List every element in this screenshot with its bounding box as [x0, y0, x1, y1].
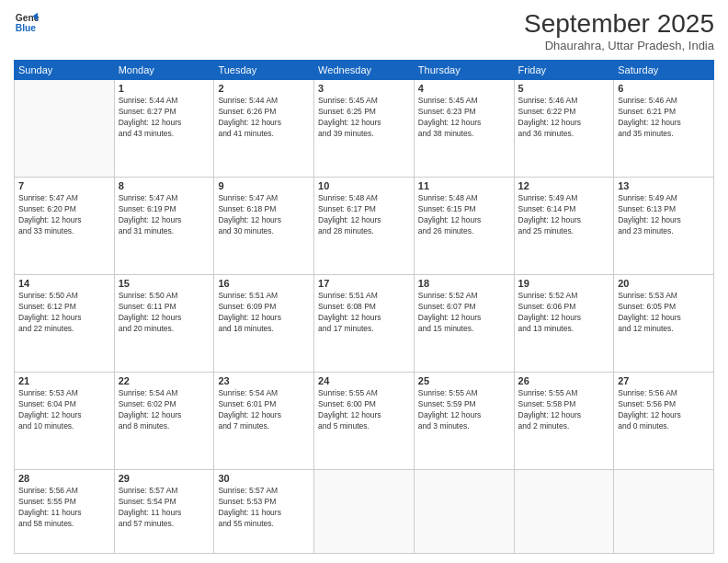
day-number: 28 [18, 473, 110, 484]
calendar-cell: 11Sunrise: 5:48 AM Sunset: 6:15 PM Dayli… [414, 178, 514, 275]
week-row-5: 28Sunrise: 5:56 AM Sunset: 5:55 PM Dayli… [15, 470, 714, 554]
day-info: Sunrise: 5:52 AM Sunset: 6:07 PM Dayligh… [418, 291, 510, 335]
day-number: 4 [418, 83, 510, 94]
day-info: Sunrise: 5:55 AM Sunset: 5:59 PM Dayligh… [418, 388, 510, 432]
day-info: Sunrise: 5:56 AM Sunset: 5:55 PM Dayligh… [18, 486, 110, 530]
calendar-cell: 10Sunrise: 5:48 AM Sunset: 6:17 PM Dayli… [314, 178, 415, 275]
header-monday: Monday [114, 61, 214, 80]
calendar-cell: 4Sunrise: 5:45 AM Sunset: 6:23 PM Daylig… [414, 80, 514, 178]
calendar-cell: 2Sunrise: 5:44 AM Sunset: 6:26 PM Daylig… [214, 80, 314, 178]
day-info: Sunrise: 5:46 AM Sunset: 6:22 PM Dayligh… [518, 96, 610, 140]
svg-text:Blue: Blue [16, 23, 37, 33]
calendar-cell: 15Sunrise: 5:50 AM Sunset: 6:11 PM Dayli… [114, 275, 214, 373]
calendar-cell: 29Sunrise: 5:57 AM Sunset: 5:54 PM Dayli… [114, 470, 214, 554]
calendar-cell [414, 470, 514, 554]
calendar-cell [614, 470, 714, 554]
day-number: 27 [618, 375, 710, 386]
week-row-2: 7Sunrise: 5:47 AM Sunset: 6:20 PM Daylig… [15, 178, 714, 275]
logo-icon: General Blue [14, 9, 40, 35]
day-info: Sunrise: 5:48 AM Sunset: 6:17 PM Dayligh… [318, 193, 410, 237]
calendar-cell: 9Sunrise: 5:47 AM Sunset: 6:18 PM Daylig… [214, 178, 314, 275]
calendar-cell: 8Sunrise: 5:47 AM Sunset: 6:19 PM Daylig… [114, 178, 214, 275]
header-wednesday: Wednesday [314, 61, 415, 80]
location-subtitle: Dhaurahra, Uttar Pradesh, India [524, 39, 714, 52]
day-number: 13 [618, 180, 710, 191]
day-number: 22 [119, 375, 210, 386]
day-number: 23 [218, 375, 310, 386]
calendar-cell: 5Sunrise: 5:46 AM Sunset: 6:22 PM Daylig… [514, 80, 614, 178]
day-info: Sunrise: 5:48 AM Sunset: 6:15 PM Dayligh… [418, 193, 510, 237]
day-info: Sunrise: 5:53 AM Sunset: 6:05 PM Dayligh… [618, 291, 710, 335]
calendar-cell [15, 80, 115, 178]
header-saturday: Saturday [614, 61, 714, 80]
day-info: Sunrise: 5:50 AM Sunset: 6:11 PM Dayligh… [119, 291, 210, 335]
day-info: Sunrise: 5:51 AM Sunset: 6:09 PM Dayligh… [218, 291, 310, 335]
day-info: Sunrise: 5:46 AM Sunset: 6:21 PM Dayligh… [618, 96, 710, 140]
day-info: Sunrise: 5:47 AM Sunset: 6:19 PM Dayligh… [119, 193, 210, 237]
day-number: 25 [418, 375, 510, 386]
calendar-cell: 21Sunrise: 5:53 AM Sunset: 6:04 PM Dayli… [15, 373, 115, 470]
calendar-cell: 3Sunrise: 5:45 AM Sunset: 6:25 PM Daylig… [314, 80, 415, 178]
calendar-cell [314, 470, 415, 554]
calendar-cell: 1Sunrise: 5:44 AM Sunset: 6:27 PM Daylig… [114, 80, 214, 178]
day-number: 17 [318, 278, 410, 289]
day-info: Sunrise: 5:54 AM Sunset: 6:02 PM Dayligh… [119, 388, 210, 432]
calendar-cell: 6Sunrise: 5:46 AM Sunset: 6:21 PM Daylig… [614, 80, 714, 178]
day-number: 12 [518, 180, 610, 191]
day-info: Sunrise: 5:51 AM Sunset: 6:08 PM Dayligh… [318, 291, 410, 335]
calendar-cell: 22Sunrise: 5:54 AM Sunset: 6:02 PM Dayli… [114, 373, 214, 470]
calendar-cell: 20Sunrise: 5:53 AM Sunset: 6:05 PM Dayli… [614, 275, 714, 373]
calendar-cell: 24Sunrise: 5:55 AM Sunset: 6:00 PM Dayli… [314, 373, 415, 470]
day-info: Sunrise: 5:56 AM Sunset: 5:56 PM Dayligh… [618, 388, 710, 432]
day-info: Sunrise: 5:47 AM Sunset: 6:20 PM Dayligh… [18, 193, 110, 237]
day-info: Sunrise: 5:55 AM Sunset: 5:58 PM Dayligh… [518, 388, 610, 432]
header-tuesday: Tuesday [214, 61, 314, 80]
calendar-cell: 16Sunrise: 5:51 AM Sunset: 6:09 PM Dayli… [214, 275, 314, 373]
title-block: September 2025 Dhaurahra, Uttar Pradesh,… [524, 9, 714, 52]
calendar-cell: 23Sunrise: 5:54 AM Sunset: 6:01 PM Dayli… [214, 373, 314, 470]
day-number: 9 [218, 180, 310, 191]
week-row-4: 21Sunrise: 5:53 AM Sunset: 6:04 PM Dayli… [15, 373, 714, 470]
calendar-cell: 14Sunrise: 5:50 AM Sunset: 6:12 PM Dayli… [15, 275, 115, 373]
calendar-cell: 26Sunrise: 5:55 AM Sunset: 5:58 PM Dayli… [514, 373, 614, 470]
day-number: 8 [119, 180, 210, 191]
day-info: Sunrise: 5:54 AM Sunset: 6:01 PM Dayligh… [218, 388, 310, 432]
calendar-cell: 27Sunrise: 5:56 AM Sunset: 5:56 PM Dayli… [614, 373, 714, 470]
page: General Blue September 2025 Dhaurahra, U… [0, 0, 728, 563]
day-info: Sunrise: 5:44 AM Sunset: 6:27 PM Dayligh… [119, 96, 210, 140]
day-number: 11 [418, 180, 510, 191]
calendar-cell: 28Sunrise: 5:56 AM Sunset: 5:55 PM Dayli… [15, 470, 115, 554]
day-number: 10 [318, 180, 410, 191]
day-info: Sunrise: 5:49 AM Sunset: 6:14 PM Dayligh… [518, 193, 610, 237]
day-info: Sunrise: 5:49 AM Sunset: 6:13 PM Dayligh… [618, 193, 710, 237]
day-info: Sunrise: 5:57 AM Sunset: 5:54 PM Dayligh… [119, 486, 210, 530]
day-number: 29 [119, 473, 210, 484]
day-info: Sunrise: 5:45 AM Sunset: 6:25 PM Dayligh… [318, 96, 410, 140]
calendar-cell: 25Sunrise: 5:55 AM Sunset: 5:59 PM Dayli… [414, 373, 514, 470]
calendar-table: Sunday Monday Tuesday Wednesday Thursday… [14, 60, 714, 554]
day-number: 24 [318, 375, 410, 386]
calendar-cell [514, 470, 614, 554]
calendar-cell: 13Sunrise: 5:49 AM Sunset: 6:13 PM Dayli… [614, 178, 714, 275]
calendar-cell: 7Sunrise: 5:47 AM Sunset: 6:20 PM Daylig… [15, 178, 115, 275]
day-info: Sunrise: 5:50 AM Sunset: 6:12 PM Dayligh… [18, 291, 110, 335]
day-info: Sunrise: 5:57 AM Sunset: 5:53 PM Dayligh… [218, 486, 310, 530]
day-number: 3 [318, 83, 410, 94]
calendar-cell: 30Sunrise: 5:57 AM Sunset: 5:53 PM Dayli… [214, 470, 314, 554]
day-number: 30 [218, 473, 310, 484]
day-number: 15 [119, 278, 210, 289]
weekday-header-row: Sunday Monday Tuesday Wednesday Thursday… [15, 61, 714, 80]
header-sunday: Sunday [15, 61, 115, 80]
calendar-cell: 18Sunrise: 5:52 AM Sunset: 6:07 PM Dayli… [414, 275, 514, 373]
calendar-cell: 17Sunrise: 5:51 AM Sunset: 6:08 PM Dayli… [314, 275, 415, 373]
day-number: 2 [218, 83, 310, 94]
header: General Blue September 2025 Dhaurahra, U… [14, 9, 714, 52]
day-number: 21 [18, 375, 110, 386]
day-info: Sunrise: 5:53 AM Sunset: 6:04 PM Dayligh… [18, 388, 110, 432]
day-number: 7 [18, 180, 110, 191]
day-number: 26 [518, 375, 610, 386]
week-row-3: 14Sunrise: 5:50 AM Sunset: 6:12 PM Dayli… [15, 275, 714, 373]
day-number: 20 [618, 278, 710, 289]
day-number: 16 [218, 278, 310, 289]
day-info: Sunrise: 5:44 AM Sunset: 6:26 PM Dayligh… [218, 96, 310, 140]
